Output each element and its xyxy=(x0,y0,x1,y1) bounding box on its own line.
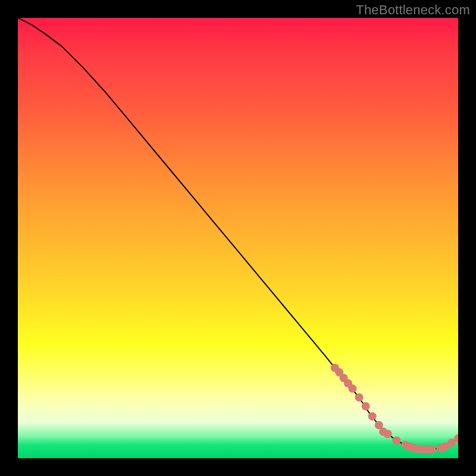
marker-dot xyxy=(384,430,392,438)
chart-frame: TheBottleneck.com xyxy=(0,0,476,476)
bottleneck-curve xyxy=(18,18,458,449)
curve-layer xyxy=(18,18,458,458)
marker-dot xyxy=(392,436,400,444)
marker-dot xyxy=(362,402,370,411)
marker-dot xyxy=(368,412,377,421)
watermark-text: TheBottleneck.com xyxy=(356,2,470,18)
marker-dot xyxy=(348,384,356,393)
marker-group xyxy=(331,364,458,453)
marker-dot xyxy=(428,445,436,453)
plot-area xyxy=(18,18,458,458)
marker-dot xyxy=(355,393,364,402)
